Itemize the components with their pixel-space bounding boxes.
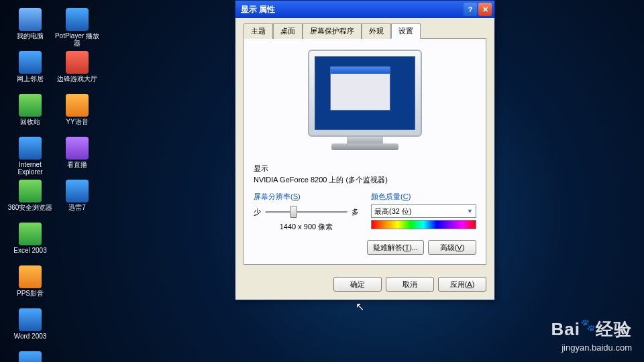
- desktop-icon[interactable]: PotPlayer 播放器: [54, 8, 101, 50]
- desktop-icon[interactable]: 360安全浏览器: [7, 180, 54, 221]
- app-icon: [19, 223, 42, 245]
- desktop-icon[interactable]: PPS影音: [7, 265, 54, 307]
- icon-label: 看直播: [54, 161, 101, 168]
- slider-thumb[interactable]: [290, 206, 297, 218]
- icon-label: PPS影音: [7, 290, 54, 297]
- dialog-footer: 确定 取消 应用(A): [235, 272, 494, 300]
- app-icon: [66, 137, 89, 160]
- tab-theme[interactable]: 主题: [244, 23, 273, 39]
- apply-button[interactable]: 应用(A): [438, 277, 486, 292]
- desktop-icon[interactable]: 回收站: [7, 94, 54, 135]
- display-label: 显示: [254, 164, 476, 174]
- desktop-icon[interactable]: Word 2003: [7, 308, 54, 350]
- icon-label: Internet Explorer: [7, 161, 54, 176]
- settings-panel: 显示 NVIDIA GeForce 8200 上的 (多个监视器) 屏幕分辨率(…: [244, 39, 486, 265]
- slider-min-label: 少: [254, 207, 261, 217]
- slider-max-label: 多: [352, 207, 359, 217]
- app-icon: [66, 8, 89, 31]
- color-quality-group: 颜色质量(C) 最高(32 位) ▼: [371, 192, 476, 232]
- app-icon: [19, 8, 42, 31]
- display-properties-dialog: 显示 属性 ? ✕ 主题 桌面 屏幕保护程序 外观 设置 显示 NVIDIA G…: [235, 0, 495, 300]
- desktop-icon[interactable]: Excel 2003: [7, 223, 54, 264]
- ok-button[interactable]: 确定: [333, 277, 382, 292]
- icon-label: 迅雷7: [54, 204, 101, 211]
- watermark: Bai🐾经验 jingyan.baidu.com: [551, 318, 632, 353]
- app-icon: [19, 265, 42, 288]
- icon-label: 360安全浏览器: [7, 204, 54, 211]
- cancel-button[interactable]: 取消: [386, 277, 434, 292]
- monitor-preview: [301, 50, 429, 157]
- icon-label: Word 2003: [7, 333, 54, 340]
- app-icon: [19, 351, 42, 362]
- close-button[interactable]: ✕: [478, 3, 492, 16]
- desktop-icon[interactable]: 我的电脑: [7, 8, 54, 50]
- app-icon: [66, 94, 89, 117]
- desktop-icon[interactable]: 迅雷7: [54, 180, 101, 221]
- desktop-icon[interactable]: 边锋游戏大厅: [54, 51, 101, 93]
- desktop-icon[interactable]: 看直播: [54, 137, 101, 178]
- desktop-icon[interactable]: YY语音: [54, 94, 101, 135]
- tab-screensaver[interactable]: 屏幕保护程序: [303, 23, 362, 39]
- tab-settings[interactable]: 设置: [391, 23, 421, 39]
- desktop-icon[interactable]: 网上邻居: [7, 51, 54, 93]
- app-icon: [19, 137, 42, 160]
- dialog-title: 显示 属性: [241, 4, 275, 15]
- resolution-slider[interactable]: [265, 204, 347, 219]
- app-icon: [19, 94, 42, 117]
- color-quality-select[interactable]: 最高(32 位) ▼: [371, 204, 476, 218]
- app-icon: [66, 180, 89, 202]
- icon-label: 我的电脑: [7, 32, 54, 40]
- icon-label: 边锋游戏大厅: [54, 75, 101, 82]
- app-icon: [19, 308, 42, 331]
- desktop-icon[interactable]: 酷狗音乐: [7, 351, 54, 362]
- color-spectrum-preview: [371, 220, 476, 229]
- app-icon: [19, 51, 42, 74]
- cursor-icon: ↖: [356, 300, 364, 313]
- resolution-title: 屏幕分辨率(S): [254, 192, 359, 202]
- help-button[interactable]: ?: [464, 3, 477, 16]
- icon-label: YY语音: [54, 118, 101, 125]
- color-selected-value: 最高(32 位): [374, 206, 412, 217]
- watermark-url: jingyan.baidu.com: [551, 343, 632, 353]
- desktop-icons: 我的电脑网上邻居回收站Internet Explorer360安全浏览器Exce…: [7, 7, 101, 362]
- titlebar[interactable]: 显示 属性 ? ✕: [235, 1, 494, 18]
- icon-label: 回收站: [7, 118, 54, 125]
- icon-label: 网上邻居: [7, 75, 54, 82]
- icon-label: PotPlayer 播放器: [54, 32, 101, 47]
- tab-desktop[interactable]: 桌面: [273, 23, 303, 39]
- advanced-button[interactable]: 高级(V): [428, 240, 476, 255]
- color-title: 颜色质量(C): [371, 192, 476, 202]
- paw-icon: 🐾: [580, 318, 596, 333]
- resolution-value: 1440 x 900 像素: [254, 222, 359, 232]
- display-adapter-info: NVIDIA GeForce 8200 上的 (多个监视器): [254, 176, 388, 184]
- app-icon: [19, 180, 42, 202]
- tab-strip: 主题 桌面 屏幕保护程序 外观 设置: [244, 23, 486, 39]
- chevron-down-icon: ▼: [467, 208, 473, 215]
- icon-label: Excel 2003: [7, 247, 54, 254]
- app-icon: [66, 51, 89, 74]
- resolution-group: 屏幕分辨率(S) 少 多 1440 x 900 像素: [254, 192, 359, 232]
- troubleshoot-button[interactable]: 疑难解答(T)...: [367, 240, 424, 255]
- desktop-icon[interactable]: Internet Explorer: [7, 137, 54, 178]
- tab-appearance[interactable]: 外观: [362, 23, 391, 39]
